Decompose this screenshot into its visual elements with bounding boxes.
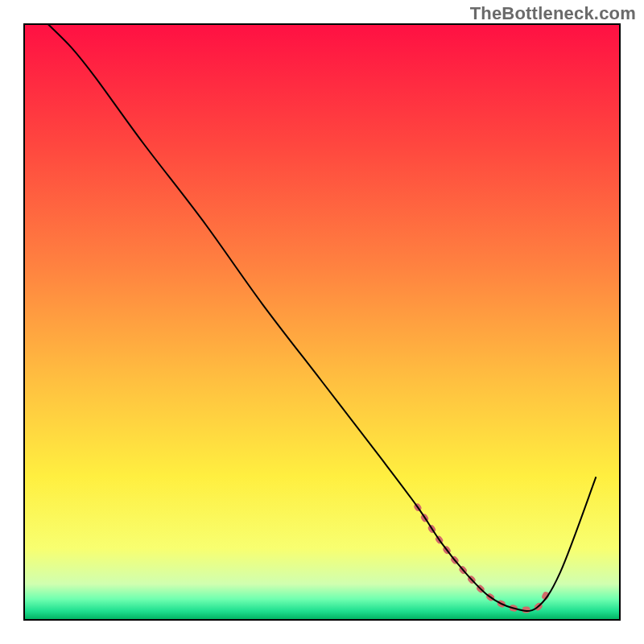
chart-container: TheBottleneck.com [0, 0, 644, 644]
watermark-label: TheBottleneck.com [470, 3, 636, 24]
bottleneck-chart [0, 0, 644, 644]
plot-background [24, 24, 620, 620]
